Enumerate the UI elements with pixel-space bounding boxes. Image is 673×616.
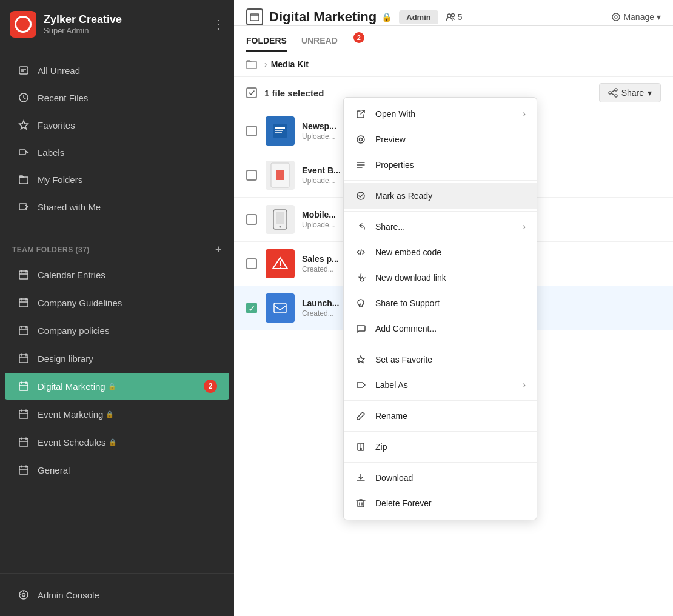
file-thumbnail: [266, 249, 295, 278]
sidebar-item-event-schedules[interactable]: Event Schedules 🔒: [5, 429, 229, 455]
ctx-new-download-link-label: New download link: [375, 273, 446, 283]
favorites-label: Favorites: [38, 120, 75, 130]
sidebar-header: Zylker Creative Super Admin ⋮: [0, 0, 234, 49]
ctx-share-to-support[interactable]: Share to Support: [344, 290, 537, 316]
svg-rect-23: [19, 383, 28, 390]
admin-console-icon: [17, 588, 30, 601]
sidebar-item-my-folders[interactable]: My Folders: [5, 166, 229, 193]
all-unread-label: All Unread: [38, 65, 80, 76]
svg-point-69: [357, 136, 364, 143]
svg-rect-27: [19, 410, 28, 418]
manage-button[interactable]: Manage ▾: [611, 12, 661, 22]
favorites-icon: [17, 118, 30, 132]
sidebar-item-admin-console[interactable]: Admin Console: [5, 581, 229, 608]
sidebar-item-favorites[interactable]: Favorites: [5, 112, 229, 138]
sidebar-item-digital-marketing[interactable]: Digital Marketing 🔒 2: [5, 373, 229, 400]
svg-rect-55: [273, 124, 287, 138]
ctx-new-embed-code[interactable]: New embed code: [344, 239, 537, 265]
shared-with-me-icon: [17, 200, 30, 213]
ctx-preview-label: Preview: [375, 135, 406, 144]
ctx-properties[interactable]: Properties: [344, 152, 537, 178]
org-name: Zylker Creative: [44, 13, 122, 26]
manage-label: Manage: [623, 12, 654, 22]
add-team-folder-icon[interactable]: +: [215, 243, 222, 256]
ctx-new-download-link[interactable]: New download link: [344, 265, 537, 290]
main-content: Digital Marketing 🔒 Admin 5 Manage ▾ FOL…: [234, 0, 673, 616]
breadcrumb-folder-icon: [246, 59, 257, 69]
ctx-set-as-favorite[interactable]: Set as Favorite: [344, 347, 537, 372]
svg-rect-19: [19, 355, 28, 363]
sidebar-item-event-marketing[interactable]: Event Marketing 🔒: [5, 401, 229, 427]
event-schedules-icon: [17, 435, 30, 449]
folder-lock-icon: 🔒: [381, 12, 392, 22]
tab-folders[interactable]: FOLDERS: [246, 31, 287, 52]
file-checkbox[interactable]: [246, 126, 257, 136]
sidebar: Zylker Creative Super Admin ⋮ All Unread…: [0, 0, 234, 616]
tab-unread[interactable]: UNREAD 2: [301, 31, 352, 52]
sidebar-menu-icon[interactable]: ⋮: [212, 17, 224, 32]
download-link-icon: [355, 272, 367, 284]
ctx-add-comment[interactable]: Add Comment...: [344, 316, 537, 341]
tabs-row: FOLDERS UNREAD 2: [234, 31, 673, 52]
event-marketing-lock: 🔒: [105, 410, 114, 418]
sidebar-item-shared-with-me[interactable]: Shared with Me: [5, 193, 229, 220]
ctx-delete-forever[interactable]: Delete Forever: [344, 490, 537, 516]
preview-icon: [355, 133, 367, 146]
unread-badge: 2: [353, 32, 364, 43]
sidebar-footer: Admin Console: [0, 573, 234, 616]
ctx-divider: [344, 431, 537, 432]
svg-rect-5: [19, 150, 25, 155]
ctx-zip-label: Zip: [375, 442, 387, 452]
svg-point-47: [451, 14, 454, 17]
design-library-label: Design library: [38, 353, 93, 364]
ctx-new-embed-code-label: New embed code: [375, 247, 441, 257]
shared-with-me-label: Shared with Me: [38, 202, 101, 212]
sidebar-item-general[interactable]: General: [5, 457, 229, 483]
share-to-support-icon: [355, 297, 367, 309]
labels-label: Labels: [38, 147, 64, 158]
file-checkbox[interactable]: [246, 258, 257, 269]
svg-point-52: [615, 95, 617, 97]
ctx-open-with[interactable]: Open With ›: [344, 101, 537, 127]
users-count: 5: [446, 12, 463, 22]
file-thumbnail: [266, 293, 295, 323]
sidebar-item-calendar-entries[interactable]: Calendar Entries: [5, 261, 229, 288]
ctx-share-to-support-label: Share to Support: [375, 298, 440, 308]
company-policies-icon: [17, 324, 30, 337]
file-checkbox[interactable]: ✓: [246, 303, 257, 313]
sidebar-item-all-unread[interactable]: All Unread: [5, 57, 229, 84]
recent-files-label: Recent Files: [38, 93, 88, 103]
ctx-mark-as-ready[interactable]: Mark as Ready: [344, 183, 537, 209]
open-with-icon: [355, 108, 367, 120]
ctx-preview[interactable]: Preview: [344, 127, 537, 152]
file-checkbox[interactable]: [246, 170, 257, 181]
ctx-rename[interactable]: Rename: [344, 403, 537, 429]
svg-rect-31: [19, 438, 28, 446]
ctx-label-as[interactable]: Label As ›: [344, 372, 537, 398]
my-folders-label: My Folders: [38, 175, 82, 185]
ctx-mark-as-ready-label: Mark as Ready: [375, 191, 432, 201]
svg-rect-0: [19, 67, 28, 74]
breadcrumb: › Media Kit: [234, 52, 673, 77]
ctx-divider: [344, 180, 537, 181]
ctx-share[interactable]: Share... ›: [344, 214, 537, 239]
tab-folders-label: FOLDERS: [246, 36, 287, 45]
company-guidelines-icon: [17, 296, 30, 309]
ctx-zip[interactable]: Zip: [344, 434, 537, 460]
ctx-download[interactable]: Download: [344, 465, 537, 490]
svg-line-75: [360, 250, 361, 255]
sidebar-item-labels[interactable]: Labels: [5, 139, 229, 166]
sidebar-item-company-guidelines[interactable]: Company Guidelines: [5, 289, 229, 316]
select-all-checkbox[interactable]: [246, 87, 257, 98]
ctx-divider: [344, 400, 537, 401]
sidebar-item-recent-files[interactable]: Recent Files: [5, 84, 229, 111]
svg-point-63: [280, 226, 281, 228]
file-checkbox[interactable]: [246, 214, 257, 225]
svg-line-53: [611, 90, 615, 92]
share-button[interactable]: Share ▾: [599, 83, 661, 102]
sidebar-item-company-policies[interactable]: Company policies: [5, 317, 229, 344]
svg-rect-62: [276, 212, 284, 224]
admin-badge: Admin: [399, 10, 438, 24]
sidebar-item-design-library[interactable]: Design library: [5, 345, 229, 372]
event-marketing-icon: [17, 407, 30, 421]
